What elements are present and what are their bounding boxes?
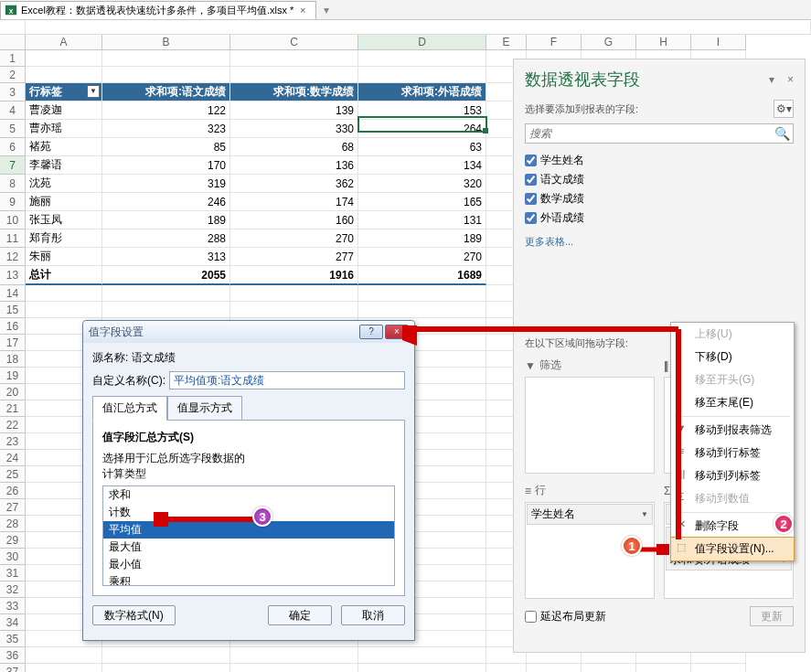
cell[interactable]: 174 bbox=[230, 193, 358, 211]
cell[interactable]: 褚苑 bbox=[26, 138, 102, 156]
row-header[interactable]: 32 bbox=[0, 581, 26, 598]
dialog-help-button[interactable]: ? bbox=[359, 325, 383, 339]
cell[interactable]: 行标签▼ bbox=[26, 83, 102, 101]
menu-move-begin[interactable]: 移至开头(G) bbox=[671, 368, 794, 391]
row-header[interactable]: 31 bbox=[0, 565, 26, 581]
row-header[interactable]: 29 bbox=[0, 532, 26, 549]
tab-summarize-by[interactable]: 值汇总方式 bbox=[92, 396, 167, 421]
calc-option[interactable]: 求和 bbox=[103, 486, 394, 504]
row-header[interactable]: 6 bbox=[0, 138, 26, 156]
row-header[interactable]: 3 bbox=[0, 83, 26, 101]
cell[interactable] bbox=[26, 50, 102, 67]
cell[interactable] bbox=[230, 664, 358, 672]
cell[interactable]: 求和项:外语成绩 bbox=[358, 83, 486, 101]
cell[interactable]: 153 bbox=[358, 101, 486, 120]
custom-name-input[interactable] bbox=[169, 371, 405, 389]
row-header[interactable]: 36 bbox=[0, 647, 26, 664]
cell[interactable] bbox=[26, 647, 102, 664]
area-item[interactable]: 学生姓名▼ bbox=[527, 504, 653, 525]
cell[interactable] bbox=[358, 67, 486, 83]
row-header[interactable]: 10 bbox=[0, 211, 26, 229]
cell[interactable]: 160 bbox=[230, 211, 358, 229]
field-checkbox[interactable] bbox=[525, 174, 537, 186]
cell[interactable] bbox=[26, 302, 102, 318]
document-tab[interactable]: X Excel教程：数据透视表快速统计多条件，多项目平均值.xlsx * × bbox=[0, 1, 316, 19]
cell[interactable] bbox=[358, 302, 486, 318]
tab-show-as[interactable]: 值显示方式 bbox=[167, 396, 242, 421]
cell[interactable]: 362 bbox=[230, 175, 358, 193]
cell[interactable]: 189 bbox=[358, 229, 486, 248]
cell[interactable]: 68 bbox=[230, 138, 358, 156]
field-checkbox[interactable] bbox=[525, 212, 537, 224]
filter-area[interactable] bbox=[525, 377, 655, 474]
row-header[interactable]: 13 bbox=[0, 266, 26, 285]
row-header[interactable]: 8 bbox=[0, 175, 26, 193]
cell[interactable]: 246 bbox=[102, 193, 230, 211]
menu-move-end[interactable]: 移至末尾(E) bbox=[671, 391, 794, 414]
menu-to-values[interactable]: Σ移动到数值 bbox=[671, 487, 794, 510]
col-header-A[interactable]: A bbox=[26, 35, 102, 50]
row-header[interactable]: 28 bbox=[0, 516, 26, 532]
cell[interactable]: 189 bbox=[102, 211, 230, 229]
cell[interactable]: 朱丽 bbox=[26, 248, 102, 266]
defer-checkbox[interactable] bbox=[525, 611, 537, 623]
more-tables-link[interactable]: 更多表格... bbox=[525, 235, 794, 249]
cell[interactable] bbox=[26, 664, 102, 672]
cell[interactable]: 1689 bbox=[358, 266, 486, 285]
cell[interactable]: 139 bbox=[230, 101, 358, 120]
menu-move-down[interactable]: 下移(D) bbox=[671, 346, 794, 368]
cell[interactable] bbox=[230, 67, 358, 83]
col-header-B[interactable]: B bbox=[102, 35, 230, 50]
cell[interactable] bbox=[358, 50, 486, 67]
menu-move-up[interactable]: 上移(U) bbox=[671, 323, 794, 346]
cell[interactable]: 85 bbox=[102, 138, 230, 156]
cell[interactable]: 63 bbox=[358, 138, 486, 156]
cell[interactable] bbox=[358, 285, 486, 302]
row-header[interactable]: 34 bbox=[0, 614, 26, 631]
calc-option[interactable]: 最小值 bbox=[103, 556, 394, 573]
cell[interactable]: 求和项:数学成绩 bbox=[230, 83, 358, 101]
row-header[interactable]: 16 bbox=[0, 318, 26, 335]
row-labels-dropdown[interactable]: ▼ bbox=[87, 85, 100, 98]
field-item[interactable]: 外语成绩 bbox=[525, 208, 794, 228]
row-header[interactable]: 20 bbox=[0, 384, 26, 400]
cell[interactable] bbox=[691, 664, 746, 672]
cell[interactable]: 李馨语 bbox=[26, 156, 102, 175]
cell[interactable]: 1916 bbox=[230, 266, 358, 285]
row-header[interactable]: 30 bbox=[0, 549, 26, 565]
cell[interactable]: 270 bbox=[230, 229, 358, 248]
field-checkbox[interactable] bbox=[525, 193, 537, 205]
col-header-C[interactable]: C bbox=[230, 35, 358, 50]
cell[interactable] bbox=[358, 664, 486, 672]
cell[interactable]: 求和项:语文成绩 bbox=[102, 83, 230, 101]
cell[interactable] bbox=[230, 302, 358, 318]
field-item[interactable]: 数学成绩 bbox=[525, 189, 794, 208]
calc-option[interactable]: 乘积 bbox=[103, 573, 394, 586]
cell[interactable]: 施丽 bbox=[26, 193, 102, 211]
number-format-button[interactable]: 数字格式(N) bbox=[92, 605, 176, 625]
search-input[interactable] bbox=[525, 123, 794, 144]
col-header-F[interactable]: F bbox=[527, 35, 582, 50]
row-header[interactable]: 33 bbox=[0, 598, 26, 614]
cell[interactable]: 曹凌迦 bbox=[26, 101, 102, 120]
row-header[interactable]: 26 bbox=[0, 483, 26, 499]
row-header[interactable]: 12 bbox=[0, 248, 26, 266]
cell[interactable]: 134 bbox=[358, 156, 486, 175]
row-header[interactable]: 21 bbox=[0, 400, 26, 417]
cell[interactable] bbox=[102, 285, 230, 302]
cell[interactable]: 165 bbox=[358, 193, 486, 211]
cell[interactable]: 270 bbox=[358, 248, 486, 266]
gear-icon[interactable]: ⚙▾ bbox=[774, 100, 794, 118]
chevron-down-icon[interactable]: ▼ bbox=[641, 510, 648, 518]
col-header-H[interactable]: H bbox=[636, 35, 691, 50]
cell[interactable]: 320 bbox=[358, 175, 486, 193]
cell[interactable]: 122 bbox=[102, 101, 230, 120]
menu-value-field-settings[interactable]: ⬚值字段设置(N)... bbox=[670, 537, 795, 561]
row-header[interactable]: 11 bbox=[0, 229, 26, 248]
cell[interactable]: 170 bbox=[102, 156, 230, 175]
tab-close-icon[interactable]: × bbox=[297, 5, 308, 16]
cell[interactable] bbox=[102, 67, 230, 83]
cell[interactable]: 330 bbox=[230, 120, 358, 138]
cell[interactable] bbox=[102, 50, 230, 67]
col-header-I[interactable]: I bbox=[691, 35, 746, 50]
